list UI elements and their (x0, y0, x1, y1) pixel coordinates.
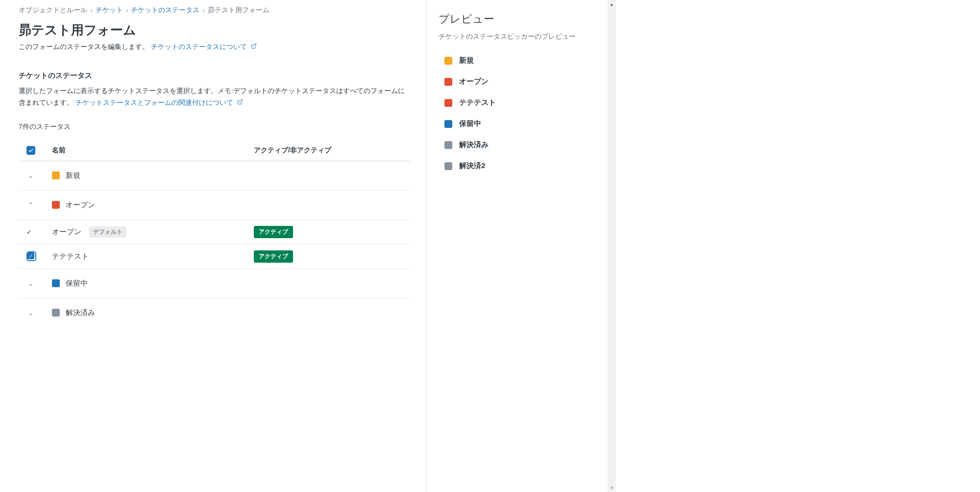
status-group-label: オープン (66, 200, 95, 210)
preview-item-solved: 解決済み (439, 134, 594, 155)
about-ticket-status-link-text: チケットのステータスについて (151, 43, 247, 50)
preview-description: チケットのステータスピッカーのプレビュー (439, 32, 594, 41)
status-color-swatch (444, 99, 452, 107)
status-group-new[interactable]: ⌄ 新規 (19, 161, 411, 191)
table-header-active: アクティブ/非アクティブ (254, 146, 411, 155)
active-badge: アクティブ (254, 226, 293, 238)
page-title: 昴テスト用フォーム (19, 22, 411, 39)
check-icon: ✓ (26, 228, 32, 236)
status-color-swatch (444, 78, 452, 86)
breadcrumb: オブジェクトとルール › チケット › チケットのステータス › 昴テスト用フォ… (19, 6, 411, 15)
status-item-label: オープン (52, 227, 81, 237)
scroll-down-icon[interactable]: ▼ (608, 484, 616, 492)
active-badge: アクティブ (254, 250, 293, 263)
status-item-tetetest: ✓ テテテスト アクティブ (19, 245, 411, 269)
status-group-label: 保留中 (66, 279, 88, 288)
preview-item-label: テテテスト (459, 98, 496, 107)
breadcrumb-item-current: 昴テスト用フォーム (208, 6, 270, 15)
chevron-up-icon[interactable]: ⌃ (26, 201, 34, 209)
vertical-scrollbar[interactable]: ▲ ▼ (608, 0, 616, 492)
preview-item-tetetest: テテテスト (439, 92, 594, 113)
external-link-icon (251, 43, 257, 50)
status-item-label: テテテスト (52, 252, 89, 261)
status-color-swatch (444, 162, 452, 170)
status-color-swatch (52, 201, 60, 209)
page-desc-text: このフォームのステータスを編集します。 (19, 43, 149, 50)
section-description: 選択したフォームに表示するチケットステータスを選択します。メモ:デフォルトのチケ… (19, 85, 411, 109)
status-group-solved[interactable]: ⌄ 解決済み (19, 298, 411, 327)
status-color-swatch (444, 57, 452, 65)
status-group-label: 解決済み (66, 308, 95, 318)
preview-sidebar: プレビュー チケットのステータスピッカーのプレビュー 新規 オープン テテテスト… (426, 0, 608, 492)
status-group-open[interactable]: ⌃ オープン (19, 191, 411, 220)
status-color-swatch (52, 279, 60, 287)
about-status-form-association-link-text: チケットステータスとフォームの関連付けについて (75, 98, 233, 106)
status-color-swatch (444, 141, 452, 149)
preview-title: プレビュー (439, 12, 594, 26)
chevron-right-icon: › (202, 6, 205, 14)
breadcrumb-item-tickets[interactable]: チケット (96, 6, 123, 15)
status-color-swatch (52, 172, 60, 179)
status-color-swatch (52, 309, 60, 317)
scroll-up-icon[interactable]: ▲ (608, 0, 616, 8)
breadcrumb-item-objects-rules[interactable]: オブジェクトとルール (19, 6, 87, 15)
status-table: 名前 アクティブ/非アクティブ ⌄ 新規 ⌃ オープン ✓ オープン (19, 140, 411, 327)
preview-item-open: オープン (439, 71, 594, 92)
preview-item-label: 解決済2 (459, 161, 485, 171)
chevron-down-icon[interactable]: ⌄ (26, 280, 34, 287)
status-item-open-default: ✓ オープン デフォルト アクティブ (19, 220, 411, 245)
external-link-icon (237, 97, 243, 109)
table-header-name: 名前 (52, 146, 254, 155)
preview-item-new: 新規 (439, 50, 594, 71)
status-color-swatch (444, 120, 452, 128)
preview-item-label: 保留中 (459, 119, 481, 128)
chevron-right-icon: › (90, 6, 93, 14)
chevron-right-icon: › (126, 6, 128, 14)
status-item-checkbox[interactable]: ✓ (26, 251, 52, 261)
breadcrumb-item-ticket-status[interactable]: チケットのステータス (131, 6, 199, 15)
preview-item-onhold: 保留中 (439, 113, 594, 134)
section-title-ticket-status: チケットのステータス (19, 71, 411, 80)
chevron-down-icon[interactable]: ⌄ (26, 309, 34, 317)
status-group-onhold[interactable]: ⌄ 保留中 (19, 269, 411, 298)
chevron-down-icon[interactable]: ⌄ (26, 172, 34, 179)
preview-item-label: 解決済み (459, 140, 489, 149)
svg-line-1 (240, 99, 243, 102)
table-header-row: 名前 アクティブ/非アクティブ (19, 140, 411, 161)
status-count: 7件のステータス (19, 123, 411, 131)
svg-line-0 (253, 44, 256, 47)
select-all-checkbox[interactable] (26, 146, 52, 155)
about-status-form-association-link[interactable]: チケットステータスとフォームの関連付けについて (75, 98, 243, 106)
page-description: このフォームのステータスを編集します。 チケットのステータスについて (19, 43, 411, 51)
status-group-label: 新規 (66, 171, 80, 180)
default-badge: デフォルト (89, 226, 126, 238)
preview-item-solved2: 解決済2 (439, 155, 594, 176)
preview-item-label: 新規 (459, 56, 474, 65)
about-ticket-status-link[interactable]: チケットのステータスについて (151, 43, 257, 50)
preview-item-label: オープン (459, 77, 489, 86)
main-content: オブジェクトとルール › チケット › チケットのステータス › 昴テスト用フォ… (0, 0, 426, 492)
